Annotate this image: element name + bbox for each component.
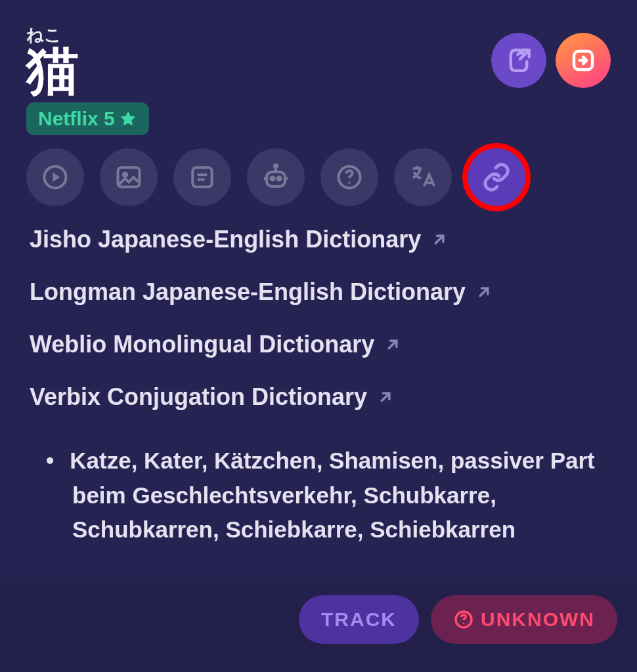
- tag-label: Netflix 5: [38, 108, 115, 130]
- link-icon: [481, 162, 512, 192]
- svg-point-15: [348, 181, 351, 184]
- definition-item: Katze, Kater, Kätzchen, Shamisen, passiv…: [46, 444, 611, 547]
- notes-button[interactable]: [173, 148, 231, 206]
- track-label: TRACK: [321, 608, 397, 631]
- toolbar: [0, 135, 637, 206]
- svg-point-8: [271, 177, 274, 180]
- play-button[interactable]: [26, 148, 84, 206]
- star-icon: [119, 110, 137, 128]
- unknown-label: UNKNOWN: [481, 608, 595, 631]
- translate-icon: [408, 162, 438, 192]
- word-block: ねこ 猫: [26, 26, 79, 97]
- kanji: 猫: [26, 45, 79, 97]
- dictionary-links: Jisho Japanese-English Dictionary Longma…: [0, 206, 637, 411]
- help-icon: [453, 609, 474, 630]
- export-icon: [505, 47, 533, 74]
- svg-point-11: [275, 165, 277, 167]
- header-actions: [491, 26, 611, 88]
- external-icon: [475, 283, 493, 301]
- svg-point-17: [463, 623, 465, 625]
- dict-link-weblio[interactable]: Weblio Monolingual Dictionary: [30, 331, 611, 358]
- dict-link-label: Verbix Conjugation Dictionary: [30, 383, 367, 411]
- notes-icon: [188, 163, 217, 192]
- dict-link-label: Weblio Monolingual Dictionary: [30, 331, 374, 358]
- login-button[interactable]: [556, 33, 611, 88]
- footer: TRACK UNKNOWN: [0, 567, 637, 672]
- track-button[interactable]: TRACK: [299, 595, 419, 644]
- image-button[interactable]: [100, 148, 158, 206]
- dict-link-longman[interactable]: Longman Japanese-English Dictionary: [30, 278, 611, 306]
- svg-rect-4: [192, 167, 211, 186]
- link-button[interactable]: [468, 148, 525, 206]
- definitions: Katze, Kater, Kätzchen, Shamisen, passiv…: [0, 411, 637, 547]
- svg-point-9: [277, 177, 280, 180]
- ai-button[interactable]: [247, 148, 305, 206]
- help-icon: [335, 163, 364, 192]
- enter-icon: [569, 47, 597, 74]
- svg-rect-7: [267, 172, 285, 186]
- unknown-button[interactable]: UNKNOWN: [431, 595, 617, 644]
- dict-link-jisho[interactable]: Jisho Japanese-English Dictionary: [30, 226, 611, 253]
- robot-icon: [260, 161, 292, 193]
- external-icon: [430, 230, 449, 249]
- export-button[interactable]: [491, 33, 546, 88]
- play-icon: [41, 163, 70, 192]
- external-icon: [384, 335, 402, 354]
- external-icon: [376, 388, 395, 406]
- translate-button[interactable]: [394, 148, 452, 206]
- image-icon: [114, 163, 143, 192]
- dict-link-label: Jisho Japanese-English Dictionary: [30, 226, 421, 253]
- dict-link-label: Longman Japanese-English Dictionary: [30, 278, 466, 306]
- frequency-tag[interactable]: Netflix 5: [26, 102, 149, 135]
- help-button[interactable]: [320, 148, 378, 206]
- svg-point-3: [123, 173, 127, 177]
- dict-link-verbix[interactable]: Verbix Conjugation Dictionary: [30, 383, 611, 411]
